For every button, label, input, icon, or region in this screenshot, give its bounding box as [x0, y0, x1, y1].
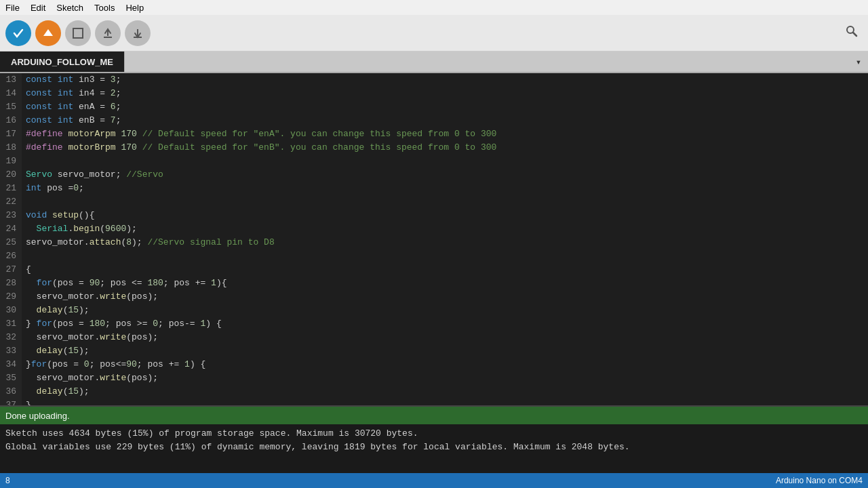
line-number: 19 [0, 155, 22, 168]
code-line: 35 servo_motor.write(pos); [0, 371, 868, 385]
code-line: 26 [0, 249, 868, 263]
open-button[interactable] [95, 20, 121, 46]
search-button[interactable] [841, 22, 863, 44]
code-line: 32 servo_motor.write(pos); [0, 331, 868, 344]
statusbar: 8 Arduino Nano on COM4 [0, 473, 868, 488]
line-number: 24 [0, 222, 22, 236]
line-number: 27 [0, 263, 22, 277]
line-content: int pos =0; [22, 182, 84, 195]
line-number: 29 [0, 290, 22, 304]
code-line: 36 delay(15); [0, 385, 868, 399]
code-scroll[interactable]: 13const int in3 = 3;14const int in4 = 2;… [0, 73, 868, 405]
line-content: }for(pos = 0; pos<=90; pos += 1) { [22, 358, 205, 371]
line-content: } [22, 399, 31, 405]
line-number: 17 [0, 127, 22, 141]
toolbar [0, 15, 868, 52]
code-line: 34}for(pos = 0; pos<=90; pos += 1) { [0, 358, 868, 371]
menu-sketch[interactable]: Sketch [51, 1, 89, 14]
code-line: 18#define motorBrpm 170 // Default speed… [0, 141, 868, 155]
verify-button[interactable] [5, 20, 31, 46]
console-output: Sketch uses 4634 bytes (15%) of program … [0, 424, 868, 473]
menu-file[interactable]: File [0, 1, 25, 14]
line-number: 13 [0, 73, 22, 87]
line-content: servo_motor.write(pos); [22, 290, 158, 304]
menubar: File Edit Sketch Tools Help [0, 0, 868, 15]
line-number: 21 [0, 182, 22, 195]
line-content: servo_motor.write(pos); [22, 331, 158, 344]
statusbar-line: 8 [5, 476, 10, 485]
line-content: const int in3 = 3; [22, 73, 121, 87]
line-number: 30 [0, 304, 22, 317]
code-line: 19 [0, 155, 868, 168]
code-line: 13const int in3 = 3; [0, 73, 868, 87]
svg-rect-1 [73, 28, 83, 38]
line-content: } for(pos = 180; pos >= 0; pos-= 1) { [22, 317, 222, 331]
line-number: 28 [0, 277, 22, 290]
line-number: 31 [0, 317, 22, 331]
line-content [22, 249, 26, 263]
code-lines: 13const int in3 = 3;14const int in4 = 2;… [0, 73, 868, 405]
code-line: 16const int enB = 7; [0, 114, 868, 127]
line-number: 20 [0, 168, 22, 182]
line-number: 34 [0, 358, 22, 371]
line-number: 32 [0, 331, 22, 344]
line-content: servo_motor.write(pos); [22, 371, 158, 385]
line-number: 33 [0, 344, 22, 358]
line-number: 15 [0, 100, 22, 114]
line-number: 36 [0, 385, 22, 399]
console-line1: Sketch uses 4634 bytes (15%) of program … [5, 427, 863, 441]
line-content: #define motorBrpm 170 // Default speed f… [22, 141, 496, 155]
menu-tools[interactable]: Tools [89, 1, 120, 14]
line-content: void setup(){ [22, 209, 94, 222]
code-line: 15const int enA = 6; [0, 100, 868, 114]
line-number: 35 [0, 371, 22, 385]
editor: 13const int in3 = 3;14const int in4 = 2;… [0, 73, 868, 405]
code-line: 29 servo_motor.write(pos); [0, 290, 868, 304]
line-content: delay(15); [22, 385, 90, 399]
code-line: 14const int in4 = 2; [0, 87, 868, 100]
code-line: 24 Serial.begin(9600); [0, 222, 868, 236]
console: Done uploading. Sketch uses 4634 bytes (… [0, 405, 868, 473]
tab-dropdown[interactable]: ▾ [849, 52, 868, 72]
line-content: const int enB = 7; [22, 114, 121, 127]
code-line: 31} for(pos = 180; pos >= 0; pos-= 1) { [0, 317, 868, 331]
line-number: 14 [0, 87, 22, 100]
line-content: delay(15); [22, 304, 90, 317]
console-status: Done uploading. [0, 407, 868, 424]
svg-marker-0 [43, 29, 53, 36]
line-number: 16 [0, 114, 22, 127]
upload-button[interactable] [35, 20, 61, 46]
code-line: 21int pos =0; [0, 182, 868, 195]
save-button[interactable] [125, 20, 151, 46]
code-line: 27{ [0, 263, 868, 277]
console-line2: Global variables use 229 bytes (11%) of … [5, 441, 863, 454]
line-number: 22 [0, 195, 22, 209]
code-line: 22 [0, 195, 868, 209]
menu-edit[interactable]: Edit [25, 1, 51, 14]
menu-help[interactable]: Help [120, 1, 149, 14]
svg-line-6 [853, 33, 856, 36]
code-line: 28 for(pos = 90; pos <= 180; pos += 1){ [0, 277, 868, 290]
line-number: 25 [0, 236, 22, 249]
line-number: 26 [0, 249, 22, 263]
line-content [22, 155, 26, 168]
line-content: for(pos = 90; pos <= 180; pos += 1){ [22, 277, 227, 290]
new-button[interactable] [65, 20, 91, 46]
code-line: 30 delay(15); [0, 304, 868, 317]
line-content: Servo servo_motor; //Servo [22, 168, 163, 182]
line-number: 18 [0, 141, 22, 155]
line-content: const int enA = 6; [22, 100, 121, 114]
statusbar-board: Arduino Nano on COM4 [776, 476, 863, 485]
code-line: 20Servo servo_motor; //Servo [0, 168, 868, 182]
code-line: 37} [0, 399, 868, 405]
line-content [22, 195, 26, 209]
line-number: 37 [0, 399, 22, 405]
line-content: { [22, 263, 31, 277]
line-content: const int in4 = 2; [22, 87, 121, 100]
code-line: 17#define motorArpm 170 // Default speed… [0, 127, 868, 141]
tab-arduino-follow-me[interactable]: ARDUINO_FOLLOW_ME [0, 52, 125, 72]
line-content: Serial.begin(9600); [22, 222, 137, 236]
line-content: #define motorArpm 170 // Default speed f… [22, 127, 496, 141]
line-number: 23 [0, 209, 22, 222]
line-content: servo_motor.attach(8); //Servo signal pi… [22, 236, 275, 249]
